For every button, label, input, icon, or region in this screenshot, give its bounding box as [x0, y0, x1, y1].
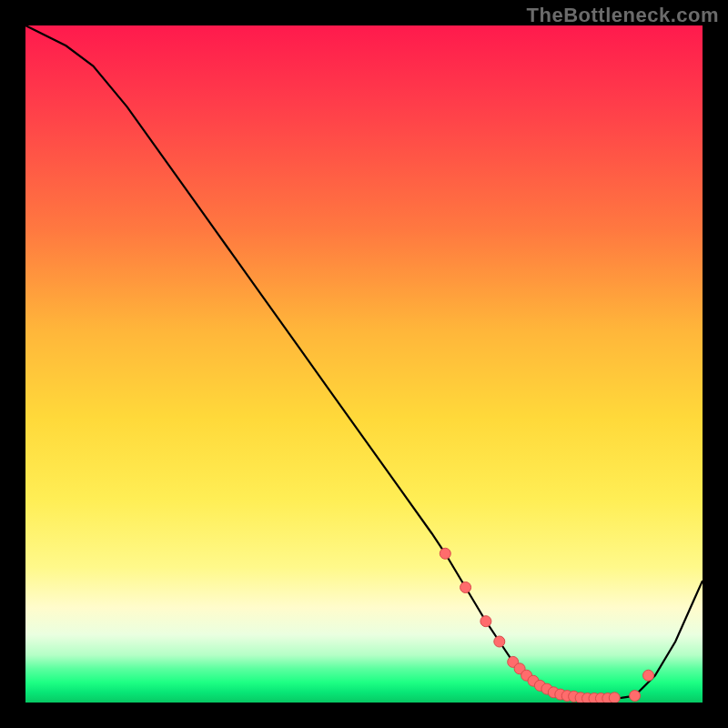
data-marker: [609, 693, 620, 703]
data-marker: [630, 691, 641, 702]
chart-frame: TheBottleneck.com: [0, 0, 728, 728]
data-marker: [643, 670, 654, 681]
data-marker: [494, 636, 505, 647]
data-marker: [480, 616, 491, 627]
data-marker: [440, 548, 450, 559]
data-marker: [460, 582, 471, 593]
watermark-text: TheBottleneck.com: [527, 4, 719, 27]
marker-layer: [25, 25, 703, 703]
marker-group: [440, 548, 653, 703]
plot-area: [25, 25, 703, 703]
